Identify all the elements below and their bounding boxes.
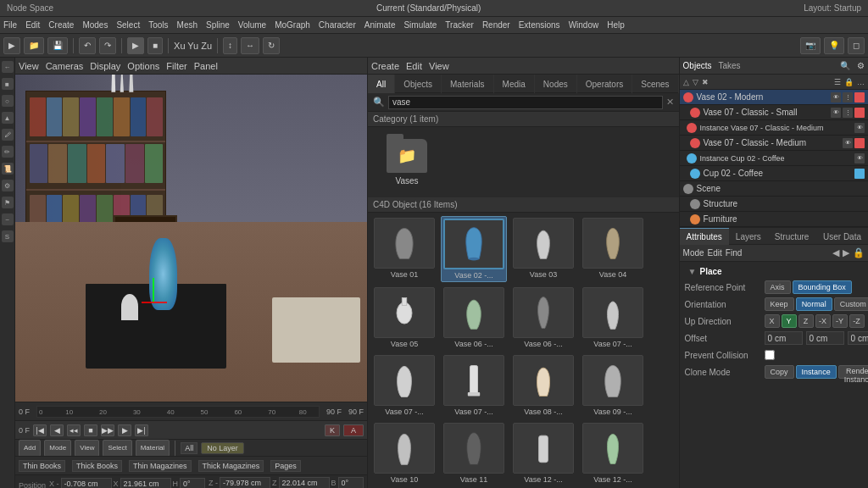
- menu-spline[interactable]: Spline: [206, 20, 230, 30]
- grid-item-vase01[interactable]: Vase 01: [371, 216, 437, 282]
- attr-lock-icon[interactable]: 🔒: [853, 247, 865, 258]
- offset-x-input[interactable]: [765, 331, 803, 345]
- open-btn[interactable]: 📁: [24, 37, 44, 54]
- prevent-collision-check[interactable]: [765, 350, 775, 360]
- viewport-canvas[interactable]: [15, 75, 367, 402]
- obj-ctrl-eye5[interactable]: 👁: [854, 153, 865, 164]
- grid-item-vase05[interactable]: Vase 05: [371, 286, 437, 350]
- view-btn[interactable]: View: [75, 440, 99, 457]
- undo-btn[interactable]: ↶: [79, 37, 96, 54]
- grid-item-vase10[interactable]: Vase 10: [371, 421, 437, 485]
- menu-render[interactable]: Render: [482, 20, 510, 30]
- thick-magazines-layer[interactable]: Thick Magazines: [198, 460, 264, 472]
- search-objects-icon[interactable]: 🔍: [840, 61, 850, 70]
- sidebar-icon-9[interactable]: ⚑: [2, 197, 14, 208]
- objects-tab[interactable]: Objects: [683, 61, 712, 70]
- grid-item-vase06a[interactable]: Vase 06 -...: [441, 286, 507, 350]
- sidebar-icon-5[interactable]: 🖉: [2, 129, 14, 141]
- category-section-header[interactable]: Category (1 item): [368, 112, 679, 127]
- play-btn[interactable]: ▶▶: [101, 424, 114, 436]
- menu-file[interactable]: File: [3, 20, 17, 30]
- auto-key-btn[interactable]: A: [343, 424, 364, 436]
- select-btn[interactable]: Select: [103, 440, 131, 457]
- obj-ctrl-eye4[interactable]: 👁: [843, 138, 853, 148]
- attr-find-label[interactable]: Find: [726, 248, 742, 258]
- rot-b-input[interactable]: [338, 477, 364, 488]
- obj-row-vase07medium[interactable]: Vase 07 - Classic - Medium 👁: [680, 136, 868, 151]
- attr-tab-structure[interactable]: Structure: [768, 228, 816, 245]
- rot-h-input[interactable]: [180, 478, 205, 488]
- obj-ctrl-color-cup[interactable]: [854, 169, 865, 179]
- sidebar-icon-2[interactable]: ■: [2, 78, 14, 90]
- grid-item-vase09[interactable]: Vase 09 -...: [580, 353, 646, 418]
- obj-more-icon[interactable]: …: [857, 78, 865, 86]
- go-end-btn[interactable]: ▶|: [135, 424, 148, 436]
- c4d-section-header[interactable]: C4D Object (16 Items): [368, 197, 679, 213]
- sidebar-icon-6[interactable]: ✏: [2, 146, 14, 158]
- no-layer[interactable]: No Layer: [201, 442, 244, 454]
- x-pos-input[interactable]: [61, 478, 112, 488]
- render-btn[interactable]: ▶: [127, 37, 144, 54]
- camera-btn[interactable]: 📷: [800, 37, 821, 54]
- x-size-input[interactable]: [120, 478, 171, 488]
- viewport-menu-options[interactable]: Options: [127, 61, 159, 71]
- grid-item-vase03[interactable]: Vase 03: [510, 216, 576, 282]
- stop-btn[interactable]: ■: [84, 424, 97, 436]
- obj-row-cup[interactable]: Cup 02 - Coffee: [680, 166, 868, 181]
- menu-help[interactable]: Help: [607, 20, 625, 30]
- mode-btn[interactable]: Mode: [44, 440, 71, 457]
- add-track-btn[interactable]: Add: [19, 440, 41, 457]
- render-region-btn[interactable]: ■: [147, 37, 163, 54]
- pages-layer[interactable]: Pages: [270, 460, 301, 472]
- sidebar-icon-8[interactable]: ⚙: [2, 180, 14, 191]
- grid-item-vase12a[interactable]: Vase 12 -...: [510, 421, 576, 485]
- new-btn[interactable]: ▶: [3, 37, 20, 54]
- tab-all[interactable]: All: [368, 75, 395, 93]
- browser-menu-view[interactable]: View: [429, 61, 449, 71]
- obj-row-structure[interactable]: Structure: [680, 197, 868, 212]
- z-size-input[interactable]: [279, 477, 330, 488]
- menu-simulate[interactable]: Simulate: [403, 20, 437, 30]
- obj-toolbar-icon2[interactable]: ▽: [693, 78, 698, 86]
- takes-tab[interactable]: Takes: [719, 61, 741, 70]
- vases-folder[interactable]: 📁 Vases: [373, 132, 441, 192]
- thin-magazines-layer[interactable]: Thin Magazines: [129, 460, 192, 472]
- viewport-menu-display[interactable]: Display: [90, 61, 120, 71]
- grid-item-vase08[interactable]: Vase 08 -...: [510, 353, 576, 418]
- key-btn[interactable]: K: [325, 424, 340, 436]
- menu-mograph[interactable]: MoGraph: [275, 20, 310, 30]
- tab-media[interactable]: Media: [494, 75, 535, 93]
- grid-item-vase07b[interactable]: Vase 07 -...: [371, 353, 437, 418]
- attr-fwd-icon[interactable]: ▶: [843, 247, 849, 258]
- grid-item-vase06b[interactable]: Vase 06 -...: [510, 286, 576, 350]
- obj-row-furniture[interactable]: Furniture: [680, 212, 868, 227]
- sidebar-icon-10[interactable]: ~: [2, 214, 14, 225]
- grid-item-vase04[interactable]: Vase 04: [580, 216, 646, 282]
- axis-y[interactable]: Y: [782, 314, 797, 328]
- menu-window[interactable]: Window: [569, 20, 599, 30]
- go-start-btn[interactable]: |◀: [33, 424, 47, 436]
- obj-filter-icon[interactable]: ☰: [834, 78, 841, 86]
- obj-ctrl-color4[interactable]: [854, 138, 865, 148]
- obj-ctrl-dots2[interactable]: ⋮: [843, 108, 853, 118]
- offset-z-input[interactable]: [848, 331, 868, 345]
- browser-content[interactable]: Category (1 item) 📁 Vases C4D Object (16…: [368, 112, 679, 488]
- obj-ctrl-eye[interactable]: 👁: [831, 92, 841, 103]
- obj-row-scene[interactable]: Scene: [680, 181, 868, 197]
- object-btn[interactable]: ◻: [848, 37, 865, 54]
- menu-edit[interactable]: Edit: [25, 20, 40, 30]
- browser-menu-create[interactable]: Create: [371, 61, 399, 71]
- render-instance-btn[interactable]: Render Instance: [838, 365, 868, 379]
- menu-extensions[interactable]: Extensions: [519, 20, 560, 30]
- copy-btn[interactable]: Copy: [765, 365, 794, 379]
- axis-x[interactable]: X: [765, 314, 780, 328]
- menu-tools[interactable]: Tools: [148, 20, 168, 30]
- search-input[interactable]: [388, 96, 663, 109]
- attr-mode-label[interactable]: Mode: [683, 248, 704, 258]
- axis-z[interactable]: Z: [798, 314, 814, 328]
- tab-scenes[interactable]: Scenes: [632, 75, 678, 93]
- menu-mesh[interactable]: Mesh: [177, 20, 198, 30]
- attr-tab-attributes[interactable]: Attributes: [680, 228, 729, 245]
- place-collapse-icon[interactable]: ▼: [688, 267, 697, 276]
- menu-select[interactable]: Select: [116, 20, 140, 30]
